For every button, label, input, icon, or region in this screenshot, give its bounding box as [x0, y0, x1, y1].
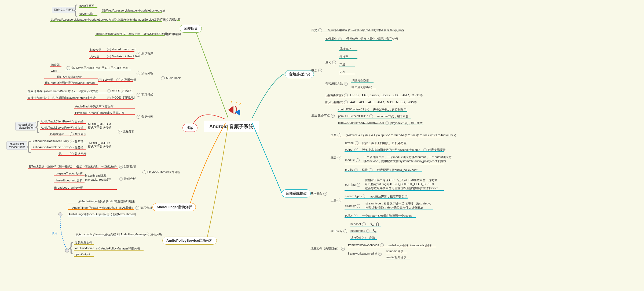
collapse-icon[interactable]: −	[338, 199, 341, 202]
at-node[interactable]: AudioTrack	[166, 76, 181, 80]
collapse-icon[interactable]: −	[354, 168, 358, 172]
twomode-node[interactable]: 两种模式	[141, 93, 153, 96]
collapse-icon[interactable]: −	[362, 236, 366, 240]
flow2[interactable]: 流程分析	[123, 130, 134, 133]
branch-playback[interactable]: 播放	[182, 124, 197, 132]
collapse-icon[interactable]: −	[107, 55, 111, 58]
lineout[interactable]: LineOut	[350, 236, 361, 239]
headphone[interactable]: headphone	[350, 229, 365, 232]
collapse-icon[interactable]: −	[119, 177, 123, 181]
module-fw[interactable]: module	[345, 158, 355, 162]
server1[interactable]: 服务端	[75, 126, 83, 129]
collapse-icon[interactable]: −	[137, 93, 140, 97]
satcp[interactable]: StaticAudioTrackClientProxy	[32, 139, 69, 143]
outdev[interactable]: 输出设备	[331, 229, 342, 233]
flinger-flow[interactable]: 流程分析	[140, 206, 152, 209]
collapse-icon[interactable]: −	[67, 66, 70, 70]
headset[interactable]: headset	[350, 222, 361, 226]
branch-basics[interactable]: 音频基础知识	[285, 70, 314, 78]
profile-v1[interactable]: 配置	[362, 168, 368, 171]
relation[interactable]: 关系	[331, 133, 336, 137]
history[interactable]: 历史	[311, 28, 317, 32]
collapse-icon[interactable]: −	[331, 114, 335, 118]
policy-mgr[interactable]: AudioPolicyManager详细分析	[101, 247, 140, 250]
data-node[interactable]: 数据传递	[141, 115, 153, 118]
collapse-icon[interactable]: −	[385, 121, 389, 125]
quant[interactable]: 量化	[325, 61, 331, 64]
flow3[interactable]: 流程分析	[124, 177, 136, 180]
ctor-node[interactable]: 构造器分析	[121, 78, 136, 81]
output-v2[interactable]: 对应实际硬件	[428, 148, 446, 151]
format[interactable]: 部分音频格式	[325, 100, 343, 104]
streamtype[interactable]: stream type	[345, 195, 360, 198]
collapse-icon[interactable]: −	[357, 183, 360, 187]
collapse-icon[interactable]: −	[361, 195, 365, 198]
collapse-icon[interactable]: −	[356, 158, 360, 162]
collapse-icon[interactable]: −	[318, 69, 322, 72]
compress[interactable]: 音频压缩方法	[325, 82, 343, 85]
pcm-p[interactable]: pcmC0D0p/pcmC0D1p/pcmC1D0p	[338, 121, 384, 124]
client1[interactable]: 客户端	[75, 120, 83, 123]
mixer[interactable]: Mixerthread线程： playbackthread线程	[85, 174, 111, 182]
quant-how[interactable]: 如何量化	[325, 37, 337, 40]
test-node[interactable]: 测试程序	[141, 52, 153, 55]
pcm-c[interactable]: pcmC0D0c/pcmC0D1c	[338, 114, 368, 118]
server2[interactable]: 服务端	[75, 146, 83, 149]
collapse-icon[interactable]: −	[380, 243, 384, 247]
collapse-icon[interactable]: −	[119, 165, 123, 169]
media-test[interactable]: MediaAudioTrackTest	[112, 55, 140, 58]
outflag[interactable]: out_flag	[345, 183, 356, 186]
collapse-icon[interactable]: −	[338, 156, 341, 159]
java-cpp[interactable]: 分析Java层AudioTrack 到C++层AudioTrack	[71, 66, 129, 69]
codec[interactable]: 音频编解码器	[325, 94, 343, 97]
collapse-icon[interactable]: −	[344, 82, 348, 86]
mixprinciple[interactable]: 混音原理	[124, 165, 136, 168]
branch-flinger[interactable]: AudioFlinger启动分析	[152, 203, 196, 211]
collapse-icon[interactable]: −	[107, 48, 111, 51]
collapse-icon[interactable]: −	[355, 141, 358, 145]
upper[interactable]: 上层	[331, 199, 336, 202]
bottom[interactable]: 底层 设备节点	[311, 114, 330, 117]
media[interactable]: frameworks/av/media/	[348, 252, 377, 255]
collapse-icon[interactable]: −	[137, 115, 140, 119]
files[interactable]: 涉及文件（关键目录）	[310, 247, 340, 250]
branch-policy[interactable]: AudioPolicyService启动分析	[162, 237, 217, 245]
strategy-v[interactable]: stream type，看它属于哪一类（策略）用strategy。 同时也要根据…	[365, 202, 433, 210]
basic[interactable]: 基本概念	[310, 192, 322, 195]
atsp[interactable]: AudioTrackServerProxy	[41, 126, 72, 129]
collapse-icon[interactable]: −	[343, 229, 347, 233]
collapse-icon[interactable]: −	[354, 214, 357, 218]
sync1[interactable]: 数据同步	[75, 132, 86, 136]
profile[interactable]: profile	[345, 168, 353, 171]
collapse-icon[interactable]: −	[366, 229, 370, 233]
collapse-icon[interactable]: −	[365, 108, 369, 111]
collapse-icon[interactable]: −	[161, 76, 165, 80]
stream-mode[interactable]: MODE_STREAM 模式下的数据传递	[88, 122, 111, 130]
services[interactable]: frameworks/av/services	[348, 243, 379, 247]
branch-earjack[interactable]: 耳麦插拔	[180, 25, 202, 33]
module-v[interactable]: 一个硬件操作库，一个module能支持哪些output，一个output能支持 …	[364, 155, 452, 163]
static[interactable]: MODE_STATIC	[112, 89, 133, 92]
set-node[interactable]: set分析	[103, 78, 113, 81]
collapse-icon[interactable]: −	[137, 72, 140, 75]
collapse-icon[interactable]: −	[378, 252, 382, 256]
collapse-icon[interactable]: −	[136, 206, 139, 210]
collapse-icon[interactable]: −	[369, 114, 373, 118]
outflag-v[interactable]: 比如对于某个专业APP，它只从HDMI播放声音，这时就 可以指定out flag…	[365, 178, 438, 190]
policy-fw[interactable]: policy	[345, 214, 353, 217]
collapse-icon[interactable]: −	[323, 192, 327, 196]
branch-framework[interactable]: 音频系统框架	[282, 189, 311, 197]
flow-node[interactable]: 流程分析	[141, 72, 153, 75]
collapse-icon[interactable]: −	[118, 130, 122, 133]
control[interactable]: controlC0/controlC1	[338, 108, 364, 111]
pbmix[interactable]: PlaybackThread混音分析	[147, 170, 181, 174]
collapse-icon[interactable]: −	[357, 204, 360, 208]
write[interactable]: write	[51, 69, 57, 72]
collapse-icon[interactable]: −	[332, 61, 336, 64]
bottom-fw[interactable]: 底层	[331, 156, 336, 159]
loadhw[interactable]: loadHwModule	[75, 247, 94, 250]
shared-mem[interactable]: shared_mem_test	[112, 48, 136, 51]
policy-flow[interactable]: 流程分析	[150, 233, 162, 236]
node-case[interactable]: 应用案例	[169, 32, 181, 36]
stream[interactable]: MODE_STREAM	[112, 96, 135, 99]
